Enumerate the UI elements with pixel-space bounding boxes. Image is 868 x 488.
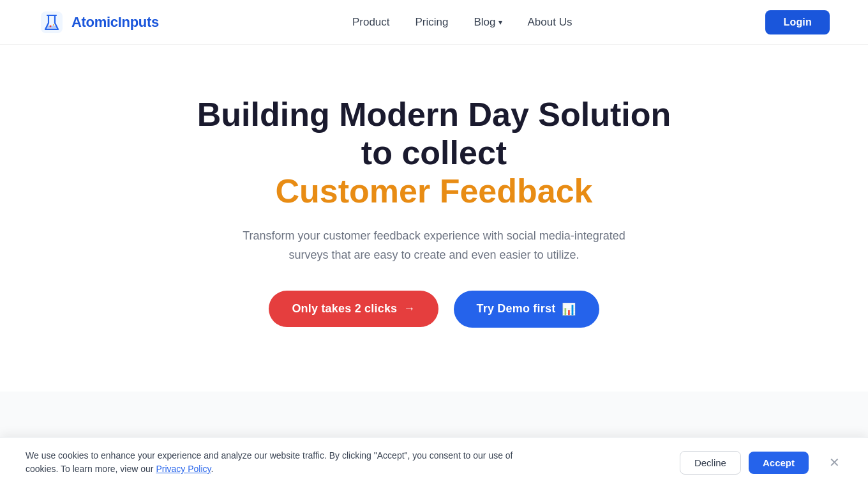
cookie-banner: We use cookies to enhance your experienc… (0, 437, 868, 488)
hero-section: Building Modern Day Solution to collect … (0, 45, 868, 392)
arrow-right-icon: → (403, 302, 415, 316)
nav-blog[interactable]: Blog ▾ (474, 16, 502, 29)
navbar: AtomicInputs Product Pricing Blog ▾ Abou… (0, 0, 868, 45)
chart-bar-icon: 📊 (562, 302, 576, 316)
nav-pricing[interactable]: Pricing (415, 16, 449, 28)
logo-icon (38, 9, 65, 36)
nav-links: Product Pricing Blog ▾ About Us (352, 16, 572, 29)
chevron-down-icon: ▾ (498, 18, 502, 27)
privacy-policy-link[interactable]: Privacy Policy (156, 464, 211, 474)
cta-primary-button[interactable]: Only takes 2 clicks → (269, 291, 438, 327)
nav-product[interactable]: Product (352, 16, 390, 28)
close-cookie-button[interactable]: ✕ (827, 454, 842, 471)
logo-text: AtomicInputs (71, 14, 159, 31)
decline-button[interactable]: Decline (680, 451, 741, 475)
hero-buttons: Only takes 2 clicks → Try Demo first 📊 (269, 291, 599, 328)
nav-about[interactable]: About Us (528, 16, 572, 28)
logo-link[interactable]: AtomicInputs (38, 9, 159, 36)
svg-point-3 (53, 24, 54, 26)
hero-title: Building Modern Day Solution to collect … (185, 96, 683, 210)
close-icon: ✕ (829, 455, 840, 469)
hero-subtitle: Transform your customer feedback experie… (230, 227, 638, 264)
login-button[interactable]: Login (765, 10, 830, 34)
cookie-actions: Decline Accept ✕ (680, 451, 842, 475)
accept-button[interactable]: Accept (749, 452, 809, 474)
cta-demo-button[interactable]: Try Demo first 📊 (454, 291, 599, 328)
svg-point-2 (50, 25, 52, 27)
cookie-text: We use cookies to enhance your experienc… (26, 449, 536, 477)
